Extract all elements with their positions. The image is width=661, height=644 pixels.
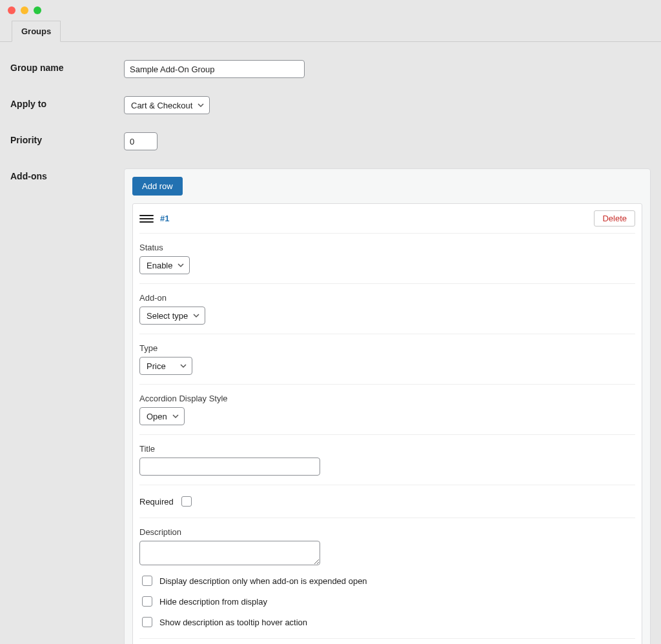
- tab-label: Groups: [21, 26, 51, 36]
- field-title: Title: [139, 434, 635, 485]
- title-input[interactable]: [139, 458, 320, 476]
- chevron-down-icon: [180, 363, 187, 369]
- tabs-bar: Groups: [0, 21, 661, 42]
- addon-row-id[interactable]: #1: [160, 214, 169, 223]
- desc-opt-3-label: Show description as tooltip hover action: [159, 618, 307, 627]
- apply-to-value: Cart & Checkout: [131, 101, 192, 110]
- addon-row: #1 Delete Status Enable: [132, 203, 642, 644]
- field-priority: Priority: [10, 132, 651, 150]
- required-checkbox[interactable]: [181, 496, 192, 507]
- status-select[interactable]: Enable: [139, 256, 190, 274]
- desc-opt-2-checkbox[interactable]: [142, 596, 152, 607]
- field-addon-type: Add-on Select type: [139, 283, 635, 334]
- field-options: Options Add option: [139, 638, 635, 644]
- addons-panel: Add row #1 Delete: [124, 168, 651, 644]
- minimize-window-icon[interactable]: [21, 6, 28, 14]
- chevron-down-icon: [193, 312, 199, 319]
- app-window: Groups Group name Apply to Cart & Checko…: [0, 0, 661, 644]
- field-status: Status Enable: [139, 233, 635, 283]
- desc-opt-3-checkbox[interactable]: [142, 617, 152, 627]
- addons-label: Add-ons: [10, 168, 124, 181]
- tab-groups[interactable]: Groups: [12, 21, 61, 42]
- description-label: Description: [139, 527, 635, 537]
- maximize-window-icon[interactable]: [34, 6, 41, 14]
- apply-to-label: Apply to: [10, 96, 124, 109]
- accordion-value: Open: [147, 412, 167, 421]
- add-row-button[interactable]: Add row: [132, 177, 183, 196]
- drag-handle-icon[interactable]: [139, 213, 154, 225]
- priority-label: Priority: [10, 132, 124, 145]
- chevron-down-icon: [198, 102, 204, 108]
- field-addons: Add-ons Add row #1: [10, 168, 651, 644]
- addon-row-body: Status Enable Add-on: [133, 233, 642, 644]
- desc-opt-row-1: Display description only when add-on is …: [139, 574, 635, 588]
- desc-opt-1-label: Display description only when add-on is …: [159, 576, 367, 586]
- window-controls: [0, 4, 661, 22]
- field-apply-to: Apply to Cart & Checkout: [10, 96, 651, 114]
- field-type: Type Price: [139, 334, 635, 384]
- chevron-down-icon: [172, 413, 179, 419]
- type-value: Price: [147, 361, 166, 371]
- desc-opt-2-label: Hide description from display: [159, 597, 267, 607]
- group-name-input[interactable]: [124, 60, 305, 78]
- description-textarea[interactable]: [139, 541, 320, 565]
- delete-row-button[interactable]: Delete: [594, 210, 635, 226]
- field-required: Required: [139, 485, 635, 518]
- apply-to-select[interactable]: Cart & Checkout: [124, 96, 210, 114]
- field-accordion-style: Accordion Display Style Open: [139, 384, 635, 434]
- addon-label: Add-on: [139, 293, 635, 303]
- addon-row-header: #1 Delete: [133, 204, 642, 233]
- desc-opt-row-2: Hide description from display: [139, 594, 635, 609]
- form-area: Group name Apply to Cart & Checkout Prio…: [0, 42, 661, 644]
- accordion-select[interactable]: Open: [139, 407, 185, 425]
- desc-opt-1-checkbox[interactable]: [142, 576, 152, 586]
- accordion-label: Accordion Display Style: [139, 394, 635, 403]
- priority-input[interactable]: [124, 132, 158, 150]
- required-label: Required: [139, 497, 174, 507]
- chevron-down-icon: [178, 262, 184, 268]
- add-row-label: Add row: [142, 181, 173, 191]
- delete-label: Delete: [602, 214, 627, 223]
- group-name-label: Group name: [10, 60, 124, 73]
- addon-value: Select type: [147, 311, 188, 321]
- status-value: Enable: [147, 261, 172, 270]
- type-select[interactable]: Price: [139, 357, 192, 375]
- status-label: Status: [139, 243, 635, 252]
- required-row: Required: [139, 494, 635, 508]
- title-label: Title: [139, 444, 635, 454]
- field-group-name: Group name: [10, 60, 651, 78]
- field-description: Description Display description only whe…: [139, 518, 635, 638]
- close-window-icon[interactable]: [8, 6, 15, 14]
- type-label: Type: [139, 343, 635, 353]
- addon-select[interactable]: Select type: [139, 307, 205, 325]
- desc-opt-row-3: Show description as tooltip hover action: [139, 615, 635, 629]
